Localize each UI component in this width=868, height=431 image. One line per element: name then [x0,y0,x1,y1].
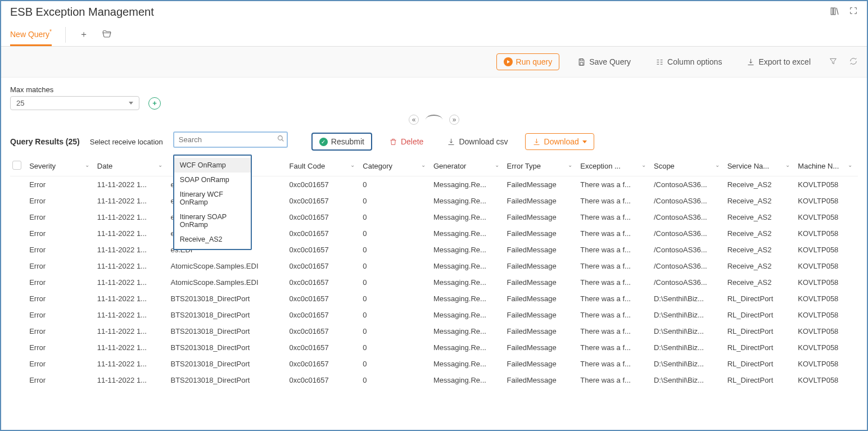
cell-errortype: FailedMessage [505,323,578,339]
column-header[interactable]: Machine N...⌄ [795,156,858,176]
cell-severity: Error [27,225,95,242]
filter-icon[interactable] [829,57,838,67]
cell-generator: Messaging.Re... [431,225,505,242]
cell-generator: Messaging.Re... [431,323,505,339]
add-tab-icon[interactable]: ＋ [79,29,88,40]
column-header[interactable]: Scope⌄ [652,156,725,176]
location-search-input[interactable] [173,131,288,148]
svg-rect-0 [831,8,833,15]
select-all-checkbox[interactable] [12,161,21,170]
table-row[interactable]: Error11-11-2022 1...es.EDI0xc0c016570Mes… [10,176,858,193]
cell-fault: 0xc0c01657 [287,258,361,274]
cell-app: BTS2013018_DirectPort [168,307,287,323]
table-row[interactable]: Error11-11-2022 1...AtomicScope.Samples.… [10,274,858,291]
divider [65,27,66,43]
cell-fault: 0xc0c01657 [287,307,361,323]
column-options-button[interactable]: Column options [649,54,729,70]
collapse-up-icon[interactable]: « [409,115,419,125]
column-header[interactable]: Severity⌄ [27,156,95,176]
table-row[interactable]: Error11-11-2022 1...BTS2013018_DirectPor… [10,323,858,339]
cell-service: Receive_AS2 [725,274,796,291]
table-row[interactable]: Error11-11-2022 1...BTS2013018_DirectPor… [10,372,858,388]
cell-severity: Error [27,258,95,274]
cell-exception: There was a f... [578,356,652,372]
refresh-icon[interactable] [849,57,858,67]
table-row[interactable]: Error11-11-2022 1...es.EDI0xc0c016570Mes… [10,209,858,225]
resubmit-button[interactable]: ✓ Resubmit [311,133,372,151]
column-header[interactable]: Error Type⌄ [505,156,578,176]
cell-app: BTS2013018_DirectPort [168,323,287,339]
table-row[interactable]: Error11-11-2022 1...es.EDI0xc0c016570Mes… [10,193,858,209]
table-row[interactable]: Error11-11-2022 1...BTS2013018_DirectPor… [10,307,858,323]
cell-date: 11-11-2022 1... [95,274,169,291]
location-option[interactable]: SOAP OnRamp [174,173,251,187]
column-header[interactable]: Category⌄ [360,156,431,176]
location-option[interactable]: Itinerary SOAP OnRamp [174,210,251,232]
column-header[interactable]: Generator⌄ [431,156,505,176]
cell-generator: Messaging.Re... [431,176,505,193]
table-row[interactable]: Error11-11-2022 1...BTS2013018_DirectPor… [10,291,858,307]
add-filter-button[interactable]: + [148,97,161,110]
tab-new-query[interactable]: New Query* [10,23,52,46]
column-header[interactable]: Fault Code⌄ [287,156,361,176]
cell-errortype: FailedMessage [505,307,578,323]
cell-errortype: FailedMessage [505,339,578,356]
fullscreen-icon[interactable] [849,6,858,19]
cell-errortype: FailedMessage [505,258,578,274]
cell-exception: There was a f... [578,274,652,291]
cell-date: 11-11-2022 1... [95,176,169,193]
cell-service: Receive_AS2 [725,242,796,258]
download-icon [747,58,755,66]
check-circle-icon: ✓ [319,138,328,146]
cell-scope: /ContosoAS36... [652,225,725,242]
table-row[interactable]: Error11-11-2022 1...AtomicScope.Samples.… [10,258,858,274]
cell-generator: Messaging.Re... [431,209,505,225]
cell-generator: Messaging.Re... [431,291,505,307]
delete-button[interactable]: Delete [382,134,430,149]
expand-down-icon[interactable]: » [449,115,459,125]
cell-fault: 0xc0c01657 [287,225,361,242]
cell-category: 0 [360,242,431,258]
cell-fault: 0xc0c01657 [287,176,361,193]
table-row[interactable]: Error11-11-2022 1...BTS2013018_DirectPor… [10,356,858,372]
cell-fault: 0xc0c01657 [287,209,361,225]
export-excel-button[interactable]: Export to excel [740,54,817,70]
cell-service: Receive_AS2 [725,176,796,193]
cell-fault: 0xc0c01657 [287,339,361,356]
cell-errortype: FailedMessage [505,225,578,242]
save-query-button[interactable]: Save Query [571,54,638,70]
cell-generator: Messaging.Re... [431,339,505,356]
location-option[interactable]: Itinerary WCF OnRamp [174,187,251,210]
chevron-down-icon: ⌄ [848,162,852,168]
chevron-down-icon [129,102,133,105]
max-matches-select[interactable]: 25 [10,96,139,110]
cell-category: 0 [360,193,431,209]
open-icon[interactable] [102,29,112,41]
column-header[interactable]: Exception ...⌄ [578,156,652,176]
export-excel-label: Export to excel [758,57,811,66]
cell-app: BTS2013018_DirectPort [168,372,287,388]
collapse-divider [426,115,442,125]
location-option[interactable]: WCF OnRamp [174,158,251,173]
download-menu-button[interactable]: Download [525,133,594,150]
cell-exception: There was a f... [578,176,652,193]
column-header[interactable]: Service Na...⌄ [725,156,796,176]
download-csv-button[interactable]: Download csv [440,134,514,149]
table-row[interactable]: Error11-11-2022 1...es.EDI0xc0c016570Mes… [10,242,858,258]
select-location-label: Select receive location [90,138,163,146]
table-row[interactable]: Error11-11-2022 1...es.EDI0xc0c016570Mes… [10,225,858,242]
cell-severity: Error [27,307,95,323]
cell-category: 0 [360,372,431,388]
cell-errortype: FailedMessage [505,274,578,291]
column-options-label: Column options [667,57,722,66]
column-header[interactable]: Date⌄ [95,156,169,176]
run-query-button[interactable]: Run query [496,53,560,70]
cell-category: 0 [360,356,431,372]
books-icon[interactable] [830,6,840,19]
table-row[interactable]: Error11-11-2022 1...BTS2013018_DirectPor… [10,339,858,356]
cell-machine: KOVLTP058 [795,339,858,356]
cell-exception: There was a f... [578,242,652,258]
location-option[interactable]: Receive_AS2 [174,232,251,247]
cell-errortype: FailedMessage [505,193,578,209]
cell-exception: There was a f... [578,225,652,242]
